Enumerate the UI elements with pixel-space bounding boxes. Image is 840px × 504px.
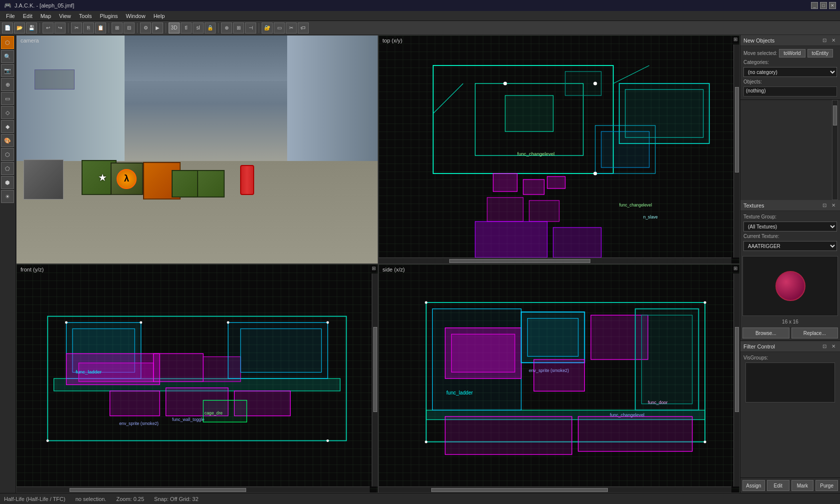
svg-text:func_changelevel: func_changelevel [619,202,651,208]
tb-group[interactable]: ⊞ [112,22,123,34]
tb-separator-5 [166,23,166,33]
tb-face[interactable]: ▭ [274,22,285,34]
assign-button[interactable]: Assign [742,480,765,491]
visgroups-area[interactable] [745,362,835,402]
lt-path[interactable]: ⬢ [1,176,14,189]
purge-button[interactable]: Purge [815,480,838,491]
tb-run[interactable]: ▶ [152,22,163,34]
tb-cut[interactable]: ✂ [71,22,82,34]
tb-redo[interactable]: ↪ [55,22,66,34]
tb-snap[interactable]: ⊕ [221,22,232,34]
top-scroll-thumb-h[interactable] [449,259,590,263]
front-scrollbar-h[interactable] [17,486,370,492]
lt-vertex[interactable]: ◆ [1,120,14,133]
tb-compile[interactable]: ⚙ [140,22,151,34]
viewport-front[interactable]: front (y/z) ⊞ [16,264,378,493]
lt-entity[interactable]: ⊕ [1,78,14,91]
browse-button[interactable]: Browse... [742,328,789,338]
tb-lock[interactable]: 🔒 [205,22,216,34]
vp-top-expand[interactable]: ⊞ [733,36,737,42]
tb-open[interactable]: 📂 [14,22,25,34]
status-zoom-value: Zoom: 0.25 [116,496,144,502]
panel-scrollbar[interactable] [832,100,838,200]
svg-rect-6 [547,176,565,188]
lt-light[interactable]: ☀ [1,190,14,203]
tb-tl[interactable]: tl [181,22,192,34]
close-button[interactable]: ✕ [829,2,836,9]
lt-decal[interactable]: ⬡ [1,148,14,161]
lt-zoom[interactable]: 🔍 [1,50,14,63]
categories-label: Categories: [743,60,773,65]
maximize-button[interactable]: □ [820,2,827,9]
titlebar-controls[interactable]: _ □ ✕ [811,2,836,9]
side-scroll-thumb-v[interactable] [735,327,739,412]
status-game-value: Half-Life (Half-Life / TFC) [4,496,66,502]
texture-group-select[interactable]: (All Textures) [743,222,837,232]
menu-edit[interactable]: Edit [19,12,37,20]
tb-texture-lock[interactable]: 🔐 [262,22,273,34]
to-world-button[interactable]: toWorld [779,49,805,58]
menu-plugins[interactable]: Plugins [96,12,122,20]
tb-tag[interactable]: 🏷 [298,22,309,34]
menu-window[interactable]: Window [122,12,150,20]
svg-text:func_changelevel: func_changelevel [610,412,644,418]
tb-ungroup[interactable]: ⊟ [124,22,135,34]
objects-row: Objects: [743,79,837,84]
lt-overlay[interactable]: ⬠ [1,162,14,175]
viewport-camera[interactable]: camera λ ★ [16,35,378,264]
top-scroll-thumb-v[interactable] [735,87,739,172]
new-objects-float-icon[interactable]: ⊡ [821,37,828,44]
menu-help[interactable]: Help [150,12,169,20]
tb-sl[interactable]: sl [193,22,204,34]
lt-camera[interactable]: 📷 [1,64,14,77]
side-scroll-thumb-h[interactable] [431,488,608,492]
lt-clip[interactable]: ◇ [1,106,14,119]
tb-align[interactable]: ⊣ [245,22,256,34]
svg-text:n_slave: n_slave [643,214,657,220]
lt-select[interactable]: ⬡ [1,36,14,49]
svg-rect-29 [154,354,204,382]
front-scroll-thumb-h[interactable] [70,488,246,492]
viewport-area: camera λ ★ [16,35,740,493]
tb-paste[interactable]: 📋 [95,22,106,34]
tb-undo[interactable]: ↩ [43,22,54,34]
side-scrollbar-h[interactable] [379,486,732,492]
menu-map[interactable]: Map [37,12,55,20]
edit-button[interactable]: Edit [767,480,789,491]
vp-front-expand[interactable]: ⊞ [372,266,376,271]
menu-file[interactable]: File [2,12,19,20]
top-scrollbar-h[interactable] [379,258,732,264]
minimize-button[interactable]: _ [811,2,818,9]
tb-grid[interactable]: ⊞ [233,22,244,34]
categories-select[interactable]: (no category) [743,67,837,77]
tb-3d[interactable]: 3D [169,22,180,34]
to-entity-button[interactable]: toEntity [807,49,833,58]
panel-scroll-thumb[interactable] [833,106,837,126]
filter-close-icon[interactable]: ✕ [830,343,837,350]
lt-brush[interactable]: ▭ [1,92,14,105]
tb-copy[interactable]: ⎘ [83,22,94,34]
svg-rect-33 [110,391,160,416]
front-scrollbar-v[interactable] [372,274,378,486]
menu-view[interactable]: View [55,12,75,20]
front-scroll-thumb-v[interactable] [373,327,377,412]
side-scrollbar-v[interactable] [733,274,739,486]
textures-float-icon[interactable]: ⊡ [821,202,828,209]
menu-tools[interactable]: Tools [75,12,96,20]
svg-text:func_wall_toggle: func_wall_toggle [172,417,205,422]
vp-side-expand[interactable]: ⊞ [733,266,737,271]
filter-float-icon[interactable]: ⊡ [821,343,828,350]
replace-button[interactable]: Replace... [791,328,838,338]
new-objects-close-icon[interactable]: ✕ [830,37,837,44]
top-scrollbar-v[interactable] [733,44,739,258]
tb-clip-tool[interactable]: ✂ [286,22,297,34]
current-texture-select[interactable]: AAATRIGGER [743,241,837,251]
tb-new[interactable]: 📄 [2,22,13,34]
svg-rect-59 [578,416,692,452]
tb-save[interactable]: 💾 [26,22,37,34]
viewport-top[interactable]: top (x/y) ⊞ [378,35,740,264]
textures-close-icon[interactable]: ✕ [830,202,837,209]
lt-paint[interactable]: 🎨 [1,134,14,147]
mark-button[interactable]: Mark [791,480,814,491]
viewport-side[interactable]: side (x/z) ⊞ [378,264,740,493]
